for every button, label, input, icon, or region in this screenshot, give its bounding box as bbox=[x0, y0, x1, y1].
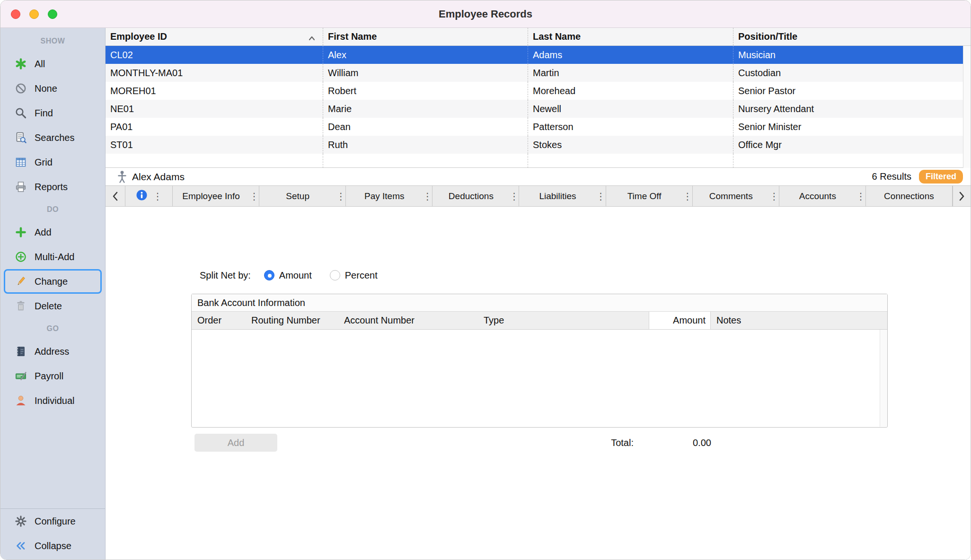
bank-column-amount[interactable]: Amount bbox=[649, 312, 711, 329]
titlebar: Employee Records bbox=[0, 0, 971, 28]
traffic-lights bbox=[11, 0, 57, 27]
employee-row[interactable]: ST01 Ruth Stokes Office Mgr bbox=[106, 136, 963, 154]
accounts-panel: Split Net by: Amount Percent Bank Accoun… bbox=[106, 207, 971, 560]
employee-row[interactable]: PA01 Dean Patterson Senior Minister bbox=[106, 118, 963, 136]
split-net-label: Split Net by: bbox=[200, 270, 251, 281]
printer-icon bbox=[15, 181, 27, 193]
tab-menu-icon[interactable]: ⋮ bbox=[596, 191, 606, 202]
sidebar-item-label: Multi-Add bbox=[35, 252, 74, 262]
bank-column-order[interactable]: Order bbox=[192, 312, 246, 329]
close-window-button[interactable] bbox=[11, 9, 20, 19]
sidebar-item-find[interactable]: Find bbox=[0, 101, 105, 125]
sidebar-item-searches[interactable]: Searches bbox=[0, 125, 105, 150]
employee-list: Employee ID First Name Last Name Positio… bbox=[106, 28, 971, 168]
sidebar-item-collapse[interactable]: Collapse bbox=[0, 534, 105, 558]
employee-row[interactable]: NE01 Marie Newell Nursery Attendant bbox=[106, 100, 963, 118]
no-entry-icon bbox=[15, 82, 27, 95]
bank-column-type[interactable]: Type bbox=[478, 312, 649, 329]
tab-menu-icon[interactable]: ⋮ bbox=[423, 191, 432, 202]
minimize-window-button[interactable] bbox=[29, 9, 39, 19]
bank-account-information-box: Bank Account Information Order Routing N… bbox=[191, 294, 888, 428]
sidebar-item-label: Individual bbox=[35, 395, 75, 406]
add-account-button[interactable]: Add bbox=[194, 434, 277, 452]
grid-table-icon bbox=[15, 156, 27, 168]
sidebar-item-label: Address bbox=[35, 346, 69, 357]
tab-liabilities[interactable]: Liabilities ⋮ bbox=[519, 186, 606, 206]
sidebar-item-label: Grid bbox=[35, 157, 53, 168]
record-bar: Alex Adams 6 Results Filtered bbox=[106, 168, 971, 186]
sidebar-item-payroll[interactable]: Payroll bbox=[0, 364, 105, 388]
tab-bar: ⋮ Employee Info ⋮ Setup ⋮ Pay Items ⋮ De… bbox=[106, 186, 971, 207]
employee-list-header: Employee ID First Name Last Name Positio… bbox=[106, 28, 971, 46]
employee-list-empty-area bbox=[106, 154, 963, 168]
radio-button-unselected[interactable] bbox=[330, 270, 340, 280]
tab-comments[interactable]: Comments ⋮ bbox=[693, 186, 779, 206]
tab-record-info[interactable]: ⋮ bbox=[125, 186, 173, 206]
employee-row[interactable]: CL02 Alex Adams Musician bbox=[106, 46, 963, 64]
sidebar-item-none[interactable]: None bbox=[0, 76, 105, 101]
column-header-position-title[interactable]: Position/Title bbox=[733, 28, 971, 45]
gear-icon bbox=[15, 515, 27, 527]
sidebar-item-multi-add[interactable]: Multi-Add bbox=[0, 245, 105, 269]
sidebar-item-label: Reports bbox=[35, 182, 68, 192]
tab-menu-icon[interactable]: ⋮ bbox=[769, 191, 779, 202]
tab-deductions[interactable]: Deductions ⋮ bbox=[433, 186, 519, 206]
employee-row[interactable]: MOREH01 Robert Morehead Senior Pastor bbox=[106, 82, 963, 100]
double-chevron-left-icon bbox=[15, 540, 27, 552]
results-count: 6 Results bbox=[872, 171, 911, 182]
tab-menu-icon[interactable]: ⋮ bbox=[683, 191, 692, 202]
sidebar-section-show: SHOW bbox=[0, 31, 105, 52]
bank-column-routing-number[interactable]: Routing Number bbox=[246, 312, 338, 329]
current-record-name: Alex Adams bbox=[132, 171, 185, 183]
column-header-employee-id[interactable]: Employee ID bbox=[106, 28, 323, 45]
vertical-scrollbar[interactable] bbox=[880, 330, 887, 427]
window-title: Employee Records bbox=[439, 8, 532, 20]
radio-option-percent[interactable]: Percent bbox=[330, 270, 378, 281]
sidebar-item-reports[interactable]: Reports bbox=[0, 175, 105, 199]
sidebar-item-individual[interactable]: Individual bbox=[0, 388, 105, 413]
person-icon bbox=[15, 394, 27, 407]
tabs-scroll-left-button[interactable] bbox=[106, 186, 125, 206]
tab-menu-icon[interactable]: ⋮ bbox=[856, 191, 865, 202]
pencil-icon bbox=[15, 275, 27, 288]
sidebar-item-address[interactable]: Address bbox=[0, 339, 105, 364]
filtered-badge[interactable]: Filtered bbox=[919, 170, 963, 184]
bank-column-notes[interactable]: Notes bbox=[711, 312, 887, 329]
tab-menu-icon[interactable]: ⋮ bbox=[336, 191, 345, 202]
radio-option-amount[interactable]: Amount bbox=[264, 270, 312, 281]
tab-accounts[interactable]: Accounts ⋮ bbox=[779, 186, 866, 206]
sidebar-item-label: Add bbox=[35, 227, 52, 238]
vertical-scrollbar[interactable] bbox=[963, 46, 971, 168]
tab-time-off[interactable]: Time Off ⋮ bbox=[606, 186, 693, 206]
tab-pay-items[interactable]: Pay Items ⋮ bbox=[346, 186, 433, 206]
sidebar: SHOW All None Find bbox=[0, 28, 106, 560]
sidebar-item-change[interactable]: Change bbox=[4, 269, 102, 294]
sidebar-item-add[interactable]: Add bbox=[0, 220, 105, 245]
sort-ascending-icon bbox=[308, 33, 316, 44]
column-header-first-name[interactable]: First Name bbox=[323, 28, 528, 45]
column-header-last-name[interactable]: Last Name bbox=[528, 28, 733, 45]
tab-employee-info[interactable]: Employee Info ⋮ bbox=[173, 186, 259, 206]
radio-button-selected[interactable] bbox=[264, 270, 274, 280]
sidebar-item-configure[interactable]: Configure bbox=[0, 509, 105, 534]
total-label: Total: bbox=[586, 438, 634, 448]
individual-figure-icon bbox=[117, 170, 127, 184]
tabs-scroll-right-button[interactable] bbox=[953, 186, 971, 206]
sidebar-item-grid[interactable]: Grid bbox=[0, 150, 105, 175]
split-net-row: Split Net by: Amount Percent bbox=[200, 268, 396, 282]
sidebar-item-delete[interactable]: Delete bbox=[0, 294, 105, 318]
asterisk-icon bbox=[15, 58, 27, 70]
tab-menu-icon[interactable]: ⋮ bbox=[509, 191, 519, 202]
bank-column-account-number[interactable]: Account Number bbox=[338, 312, 478, 329]
info-icon bbox=[135, 189, 148, 203]
tab-connections[interactable]: Connections bbox=[866, 186, 953, 206]
zoom-window-button[interactable] bbox=[48, 9, 57, 19]
employee-row[interactable]: MONTHLY-MA01 William Martin Custodian bbox=[106, 64, 963, 82]
bank-table-header: Order Routing Number Account Number Type… bbox=[192, 312, 887, 330]
tab-setup[interactable]: Setup ⋮ bbox=[259, 186, 346, 206]
tab-menu-icon[interactable]: ⋮ bbox=[249, 191, 259, 202]
circled-plus-icon bbox=[15, 251, 27, 263]
sidebar-item-all[interactable]: All bbox=[0, 52, 105, 76]
plus-icon bbox=[15, 226, 27, 238]
tab-menu-icon[interactable]: ⋮ bbox=[153, 191, 162, 202]
